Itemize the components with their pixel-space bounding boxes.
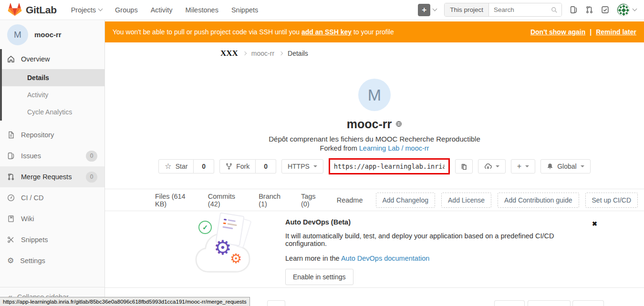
top-navbar: GitLab Projects Groups Activity Mileston… bbox=[0, 0, 644, 20]
copy-url-button[interactable] bbox=[455, 159, 473, 173]
sidebar-item-repository[interactable]: Repository bbox=[0, 124, 104, 145]
auto-devops-doc-link[interactable]: Auto DevOps documentation bbox=[341, 255, 429, 262]
notification-dropdown[interactable]: Global bbox=[540, 159, 590, 173]
download-dropdown[interactable] bbox=[478, 159, 506, 173]
partial-button[interactable] bbox=[528, 300, 571, 306]
chevron-right-icon bbox=[279, 51, 283, 55]
caret-down-icon bbox=[525, 165, 529, 167]
page-title: mooc-rr bbox=[347, 117, 392, 131]
chevron-down-icon bbox=[98, 7, 103, 11]
new-menu-dropdown[interactable]: + bbox=[418, 4, 436, 16]
issues-icon[interactable] bbox=[570, 6, 578, 14]
tab-commits[interactable]: Commits (42) bbox=[208, 193, 246, 208]
avatar[interactable] bbox=[617, 3, 630, 16]
fork-button-group: Fork 0 bbox=[219, 159, 276, 173]
sidebar-item-merge-requests[interactable]: Merge Requests 0 bbox=[0, 166, 104, 187]
ssh-banner-message: You won't be able to pull or push projec… bbox=[113, 28, 394, 36]
sidebar-item-snippets[interactable]: Snippets bbox=[0, 229, 104, 250]
breadcrumb-current: Details bbox=[288, 50, 308, 57]
forked-from-line: Forked from Learning Lab / mooc-rr bbox=[105, 144, 644, 152]
document-icon bbox=[7, 131, 15, 139]
home-icon bbox=[7, 55, 15, 63]
browser-status-bar: https://app-learninglab.inria.fr/gitlab/… bbox=[0, 297, 250, 306]
sidebar-item-settings[interactable]: ⚙ Settings bbox=[0, 250, 104, 271]
sidebar-item-activity[interactable]: Activity bbox=[2, 86, 104, 103]
sidebar-project-header[interactable]: M mooc-rr bbox=[0, 20, 104, 49]
chevron-down-icon bbox=[433, 7, 437, 11]
fork-count[interactable]: 0 bbox=[256, 159, 276, 173]
setup-cicd-button[interactable]: Set up CI/CD bbox=[585, 193, 638, 208]
partial-button[interactable] bbox=[267, 300, 285, 306]
book-icon bbox=[7, 215, 15, 223]
enable-in-settings-button[interactable]: Enable in settings bbox=[285, 269, 353, 285]
tab-tags[interactable]: Tags (0) bbox=[301, 193, 324, 208]
fork-button[interactable]: Fork bbox=[219, 159, 256, 173]
caret-down-icon bbox=[496, 165, 499, 167]
breadcrumb: XXX mooc-rr Details bbox=[105, 42, 644, 64]
star-icon: ☆ bbox=[165, 163, 171, 170]
sidebar-item-overview[interactable]: Overview bbox=[2, 49, 104, 69]
dont-show-again-link[interactable]: Don't show again bbox=[530, 28, 585, 36]
project-stats-bar: Files (614 KB) Commits (42) Branch (1) T… bbox=[105, 189, 644, 211]
gear-icon: ⚙ bbox=[214, 238, 232, 258]
star-button[interactable]: ☆ Star bbox=[158, 159, 194, 173]
merge-requests-icon[interactable] bbox=[585, 6, 593, 14]
clone-url-input[interactable] bbox=[330, 163, 448, 170]
nav-projects[interactable]: Projects bbox=[71, 6, 102, 14]
clipboard-icon bbox=[460, 163, 467, 170]
add-dropdown[interactable]: + bbox=[511, 159, 535, 173]
caret-down-icon bbox=[581, 165, 584, 167]
check-circle-icon: ✓ bbox=[198, 221, 212, 234]
remind-later-link[interactable]: Remind later bbox=[596, 28, 636, 36]
protocol-dropdown[interactable]: HTTPS bbox=[281, 159, 323, 173]
primary-nav: Projects Groups Activity Milestones Snip… bbox=[71, 6, 259, 14]
project-avatar-large: M bbox=[358, 79, 391, 111]
plus-icon[interactable]: + bbox=[418, 4, 430, 16]
merge-requests-count-badge: 0 bbox=[86, 172, 97, 183]
search-scope-label: This project bbox=[445, 3, 489, 16]
forked-from-link[interactable]: Learning Lab / mooc-rr bbox=[359, 144, 429, 152]
sidebar-item-details[interactable]: Details bbox=[2, 69, 104, 86]
search-group: This project bbox=[444, 3, 562, 17]
chevron-down-icon bbox=[633, 7, 637, 11]
bell-icon bbox=[547, 163, 553, 170]
star-count[interactable]: 0 bbox=[194, 159, 214, 173]
cloud-download-icon bbox=[484, 163, 492, 170]
brand-title[interactable]: GitLab bbox=[26, 4, 57, 16]
sidebar-section-overview: Overview Details Activity Cycle Analytic… bbox=[0, 49, 104, 121]
add-changelog-button[interactable]: Add Changelog bbox=[376, 193, 436, 208]
auto-devops-description: It will automatically build, test, and d… bbox=[285, 232, 591, 247]
todos-icon[interactable] bbox=[601, 6, 609, 14]
chevron-right-icon bbox=[243, 51, 247, 55]
nav-activity[interactable]: Activity bbox=[151, 6, 173, 14]
close-icon[interactable]: ✖ bbox=[592, 220, 597, 227]
add-ssh-key-link[interactable]: add an SSH key bbox=[301, 28, 352, 36]
sidebar-item-wiki[interactable]: Wiki bbox=[0, 208, 104, 229]
gitlab-logo-icon[interactable] bbox=[8, 3, 22, 17]
breadcrumb-namespace[interactable]: XXX bbox=[220, 49, 238, 58]
tab-readme[interactable]: Readme bbox=[337, 196, 363, 204]
star-button-group: ☆ Star 0 bbox=[158, 159, 214, 173]
gear-icon: ⚙ bbox=[7, 257, 14, 265]
partial-button[interactable] bbox=[572, 300, 604, 306]
issues-icon bbox=[7, 152, 15, 160]
nav-groups[interactable]: Groups bbox=[115, 6, 138, 14]
add-contribution-guide-button[interactable]: Add Contribution guide bbox=[498, 193, 579, 208]
breadcrumb-project[interactable]: mooc-rr bbox=[251, 50, 274, 57]
project-sidebar: M mooc-rr Overview Details Activity Cycl… bbox=[0, 20, 105, 306]
gauge-icon bbox=[7, 194, 15, 202]
merge-request-icon bbox=[7, 173, 15, 181]
sidebar-item-cicd[interactable]: CI / CD bbox=[0, 187, 104, 208]
nav-milestones[interactable]: Milestones bbox=[186, 6, 218, 14]
tab-files[interactable]: Files (614 KB) bbox=[155, 193, 195, 208]
caret-down-icon bbox=[313, 165, 317, 167]
auto-devops-learn-line: Learn more in the Auto DevOps documentat… bbox=[285, 255, 591, 262]
user-menu-dropdown[interactable] bbox=[617, 3, 636, 16]
tab-branch[interactable]: Branch (1) bbox=[259, 193, 288, 208]
nav-snippets[interactable]: Snippets bbox=[231, 6, 258, 14]
issues-count-badge: 0 bbox=[86, 151, 97, 162]
sidebar-item-issues[interactable]: Issues 0 bbox=[0, 145, 104, 166]
sidebar-item-cycle-analytics[interactable]: Cycle Analytics bbox=[2, 103, 104, 121]
partial-button[interactable] bbox=[494, 300, 525, 306]
add-license-button[interactable]: Add License bbox=[441, 193, 491, 208]
